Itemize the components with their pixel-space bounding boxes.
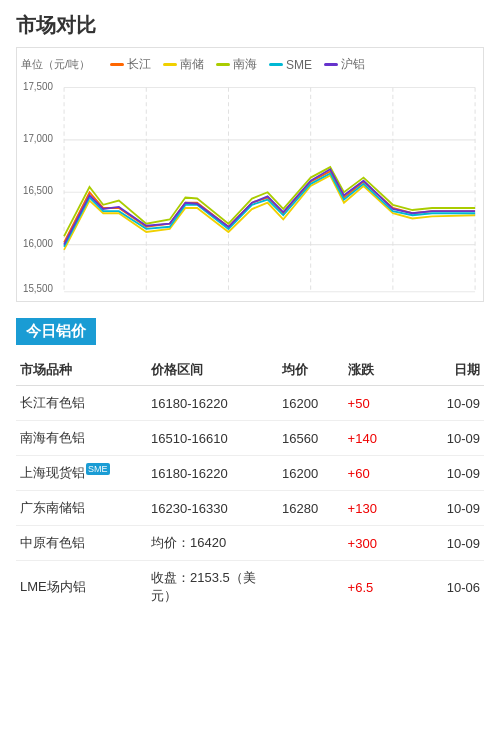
cell-avg-1: 16560 <box>278 421 344 456</box>
col-header-range: 价格区间 <box>147 355 278 386</box>
cell-market-0: 长江有色铝 <box>16 386 147 421</box>
cell-date-1: 10-09 <box>409 421 484 456</box>
legend-item-SME: SME <box>269 58 312 72</box>
cell-market-4: 中原有色铝 <box>16 526 147 561</box>
chart-svg: 17,500 17,000 16,500 16,000 15,500 <box>21 77 479 297</box>
today-section: 今日铝价 市场品种 价格区间 均价 涨跌 日期 长江有色铝16180-16220… <box>16 318 484 613</box>
cell-range-0: 16180-16220 <box>147 386 278 421</box>
cell-change-0: +50 <box>344 386 410 421</box>
legend-color-南海 <box>216 63 230 66</box>
svg-text:15,500: 15,500 <box>23 282 53 293</box>
col-header-change: 涨跌 <box>344 355 410 386</box>
table-row: 南海有色铝16510-1661016560+14010-09 <box>16 421 484 456</box>
legend-label-长江: 长江 <box>127 56 151 73</box>
cell-range-5: 收盘：2153.5（美元） <box>147 561 278 614</box>
legend-color-长江 <box>110 63 124 66</box>
chart-legend: 长江南储南海SME沪铝 <box>110 56 365 73</box>
cell-change-1: +140 <box>344 421 410 456</box>
legend-label-南海: 南海 <box>233 56 257 73</box>
cell-range-2: 16180-16220 <box>147 456 278 491</box>
page-title: 市场对比 <box>16 12 484 39</box>
table-row: 上海现货铝SME16180-1622016200+6010-09 <box>16 456 484 491</box>
price-table: 市场品种 价格区间 均价 涨跌 日期 长江有色铝16180-1622016200… <box>16 355 484 613</box>
cell-market-2: 上海现货铝SME <box>16 456 147 491</box>
cell-range-3: 16230-16330 <box>147 491 278 526</box>
cell-date-0: 10-09 <box>409 386 484 421</box>
legend-label-沪铝: 沪铝 <box>341 56 365 73</box>
cell-date-2: 10-09 <box>409 456 484 491</box>
chart-header: 单位（元/吨） 长江南储南海SME沪铝 <box>21 56 479 73</box>
svg-text:16,500: 16,500 <box>23 185 53 196</box>
cell-avg-4 <box>278 526 344 561</box>
legend-item-长江: 长江 <box>110 56 151 73</box>
legend-label-SME: SME <box>286 58 312 72</box>
cell-change-3: +130 <box>344 491 410 526</box>
legend-item-南海: 南海 <box>216 56 257 73</box>
table-row: 中原有色铝均价：16420+30010-09 <box>16 526 484 561</box>
cell-avg-5 <box>278 561 344 614</box>
svg-text:17,000: 17,000 <box>23 133 53 144</box>
cell-change-4: +300 <box>344 526 410 561</box>
sme-badge: SME <box>86 463 110 475</box>
cell-market-1: 南海有色铝 <box>16 421 147 456</box>
legend-color-南储 <box>163 63 177 66</box>
cell-date-4: 10-09 <box>409 526 484 561</box>
cell-market-5: LME场内铝 <box>16 561 147 614</box>
cell-market-3: 广东南储铝 <box>16 491 147 526</box>
table-row: 广东南储铝16230-1633016280+13010-09 <box>16 491 484 526</box>
table-row: 长江有色铝16180-1622016200+5010-09 <box>16 386 484 421</box>
cell-change-2: +60 <box>344 456 410 491</box>
legend-item-南储: 南储 <box>163 56 204 73</box>
cell-avg-3: 16280 <box>278 491 344 526</box>
cell-avg-0: 16200 <box>278 386 344 421</box>
legend-color-沪铝 <box>324 63 338 66</box>
cell-date-5: 10-06 <box>409 561 484 614</box>
legend-label-南储: 南储 <box>180 56 204 73</box>
svg-text:17,500: 17,500 <box>23 80 53 91</box>
page-container: 市场对比 单位（元/吨） 长江南储南海SME沪铝 17,500 17,000 1… <box>0 0 500 625</box>
cell-change-5: +6.5 <box>344 561 410 614</box>
legend-item-沪铝: 沪铝 <box>324 56 365 73</box>
chart-area: 单位（元/吨） 长江南储南海SME沪铝 17,500 17,000 16,500… <box>16 47 484 302</box>
col-header-market: 市场品种 <box>16 355 147 386</box>
cell-range-1: 16510-16610 <box>147 421 278 456</box>
unit-label: 单位（元/吨） <box>21 57 90 72</box>
cell-range-4: 均价：16420 <box>147 526 278 561</box>
legend-color-SME <box>269 63 283 66</box>
cell-avg-2: 16200 <box>278 456 344 491</box>
table-row: LME场内铝收盘：2153.5（美元）+6.510-06 <box>16 561 484 614</box>
col-header-avg: 均价 <box>278 355 344 386</box>
today-title: 今日铝价 <box>16 318 96 345</box>
svg-text:16,000: 16,000 <box>23 237 53 248</box>
cell-date-3: 10-09 <box>409 491 484 526</box>
chart-container: 17,500 17,000 16,500 16,000 15,500 <box>21 77 479 297</box>
col-header-date: 日期 <box>409 355 484 386</box>
